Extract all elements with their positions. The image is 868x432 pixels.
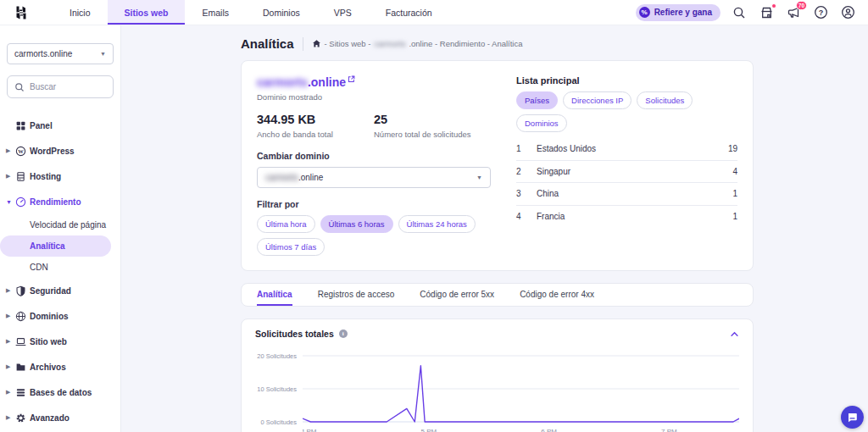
filter-ultimas-6-horas[interactable]: Últimas 6 horas [320, 215, 393, 233]
shield-icon [15, 285, 30, 296]
chevron-right-icon: ▶ [6, 338, 15, 345]
chevron-down-icon: ▼ [6, 199, 15, 205]
requests-label: Número total de solicitudes [374, 130, 471, 139]
chevron-down-icon: ▼ [476, 174, 482, 180]
search-icon [732, 6, 746, 19]
requests-chart: 0 Solicitudes10 Solicitudes20 Solicitude… [255, 346, 739, 432]
sidebar-menu: Panel ▶ W WordPress ▶ Hosting ▼ Rendimie… [0, 113, 120, 430]
tab-codigo-de-error-5xx[interactable]: Código de error 5xx [420, 284, 494, 306]
analytics-tabs: Analítica Registros de acceso Código de … [241, 283, 754, 307]
chevron-right-icon: ▶ [6, 173, 15, 180]
sidebar-item-wordpress[interactable]: ▶ W WordPress [0, 138, 120, 163]
chevron-right-icon: ▶ [6, 389, 15, 396]
nav-facturacion[interactable]: Facturación [369, 0, 449, 25]
search-button[interactable] [731, 4, 748, 21]
change-domain-label: Cambiar dominio [257, 151, 491, 161]
folder-icon [15, 362, 30, 373]
chevron-up-icon [730, 330, 739, 339]
sidebar-item-analitica[interactable]: Analítica [0, 235, 111, 257]
top-navigation: Inicio Sitios web Emails Dominios VPS Fa… [53, 0, 449, 25]
main-area: Analítica - Sitios web - carmorts .onlin… [121, 25, 868, 432]
sidebar-item-hosting[interactable]: ▶ Hosting [0, 163, 120, 189]
hostinger-logo[interactable] [0, 0, 42, 25]
sidebar-item-seguridad[interactable]: ▶ Seguridad [0, 278, 120, 303]
tab-analitica[interactable]: Analítica [257, 284, 292, 306]
external-link-icon [348, 75, 355, 83]
chat-launcher-button[interactable] [841, 406, 864, 429]
speedometer-icon [15, 197, 30, 208]
sidebar: carmorts.online ▼ Panel ▶ W WordPress ▶ [0, 25, 121, 432]
sidebar-item-avanzado[interactable]: ▶ Avanzado [0, 405, 120, 430]
nav-dominios[interactable]: Dominios [246, 0, 317, 25]
sidebar-search-input[interactable] [30, 82, 106, 91]
summary-card: carmorts.online Dominio mostrado 344.95 … [241, 60, 754, 271]
laptop-icon [15, 336, 30, 347]
table-row: 2 Singapur 4 [516, 161, 737, 184]
sidebar-item-cdn[interactable]: CDN [0, 257, 120, 278]
select-domain-redacted: carmorts [265, 173, 298, 182]
filter-ultimas-24-horas[interactable]: Últimas 24 horas [398, 215, 476, 233]
sidebar-item-velocidad-de-pagina[interactable]: Velocidad de página [0, 214, 120, 235]
announcements-button[interactable]: 70 [785, 4, 802, 21]
requests-stat: 25 Número total de solicitudes [374, 113, 471, 139]
svg-text:W: W [18, 147, 24, 153]
store-button[interactable] [758, 4, 775, 21]
tab-codigo-de-error-4xx[interactable]: Código de error 4xx [520, 284, 594, 306]
top-list-table: 1 Estados Unidos 19 2 Singapur 4 3 China… [516, 138, 737, 228]
table-row: 1 Estados Unidos 19 [516, 138, 737, 161]
bandwidth-stat: 344.95 KB Ancho de banda total [257, 113, 374, 139]
top-list-tab-solicitudes[interactable]: Solicitudes [637, 91, 693, 109]
top-list-tab-direcciones-ip[interactable]: Direcciones IP [563, 91, 632, 109]
y-axis-label: 0 Solicitudes [260, 418, 297, 426]
chat-icon [847, 412, 858, 423]
topbar-actions: % Refiere y gana 70 ? [636, 0, 868, 25]
page-title: Analítica [241, 36, 294, 51]
svg-text:?: ? [818, 8, 823, 17]
account-icon [841, 5, 855, 19]
sidebar-item-sitio-web[interactable]: ▶ Sitio web [0, 329, 120, 354]
sidebar-search[interactable] [7, 75, 114, 98]
requests-line-series [303, 366, 739, 422]
sidebar-item-panel[interactable]: Panel [0, 113, 120, 138]
tab-registros-de-acceso[interactable]: Registros de acceso [318, 284, 395, 306]
top-list-tab-paises[interactable]: Países [516, 91, 558, 109]
displayed-domain-link[interactable]: carmorts.online [257, 75, 491, 89]
help-icon: ? [814, 5, 828, 19]
sidebar-item-archivos[interactable]: ▶ Archivos [0, 354, 120, 379]
domain-caption: Dominio mostrado [257, 92, 491, 102]
info-icon[interactable]: i [339, 330, 348, 338]
top-list-panel: Lista principal Países Direcciones IP So… [516, 75, 737, 256]
collapse-button[interactable] [730, 330, 739, 339]
filter-ultimos-7-dias[interactable]: Últimos 7 días [257, 238, 325, 256]
top-list-title: Lista principal [516, 75, 737, 86]
store-notification-dot [771, 3, 776, 8]
account-button[interactable] [839, 4, 856, 21]
breadcrumb-domain-redacted: carmorts [374, 39, 405, 48]
sidebar-item-bases-de-datos[interactable]: ▶ Bases de datos [0, 379, 120, 405]
globe-icon [15, 311, 30, 322]
sidebar-domain-select[interactable]: carmorts.online ▼ [7, 43, 114, 64]
nav-vps[interactable]: VPS [317, 0, 369, 25]
percent-badge-icon: % [639, 7, 650, 18]
nav-inicio[interactable]: Inicio [53, 0, 108, 25]
y-axis-label: 20 Solicitudes [257, 352, 297, 360]
table-row: 4 Francia 1 [516, 206, 737, 229]
x-axis-label: 5 PM [421, 428, 437, 432]
help-button[interactable]: ? [812, 4, 829, 21]
domain-redacted: carmorts [257, 75, 308, 89]
refer-and-earn-button[interactable]: % Refiere y gana [636, 4, 721, 21]
wordpress-icon: W [15, 146, 30, 157]
nav-sitios-web[interactable]: Sitios web [108, 0, 186, 25]
top-list-tab-dominios[interactable]: Dominios [516, 114, 567, 132]
gear-icon [15, 413, 30, 424]
chevron-down-icon: ▼ [100, 51, 106, 57]
x-axis-label: 7 PM [661, 428, 677, 432]
sidebar-item-rendimiento[interactable]: ▼ Rendimiento [0, 189, 120, 214]
nav-emails[interactable]: Emails [185, 0, 246, 25]
time-filter-chips: Última hora Últimas 6 horas Últimas 24 h… [257, 215, 491, 256]
sidebar-domain-value: carmorts.online [14, 49, 72, 58]
filter-ultima-hora[interactable]: Última hora [257, 215, 315, 233]
sidebar-item-dominios[interactable]: ▶ Dominios [0, 303, 120, 329]
topbar: Inicio Sitios web Emails Dominios VPS Fa… [0, 0, 868, 25]
change-domain-select[interactable]: carmorts.online ▼ [257, 167, 491, 188]
